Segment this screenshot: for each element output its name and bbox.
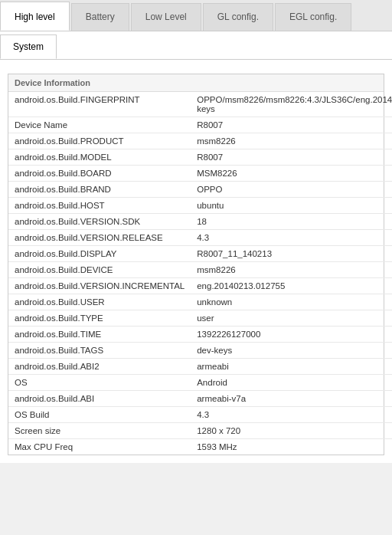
row-key: android.os.Build.MODEL bbox=[8, 149, 191, 166]
row-value: OPPO/msm8226/msm8226:4.3/JLS36C/eng.2014… bbox=[191, 92, 392, 117]
table-row: android.os.Build.VERSION.INCREMENTALeng.… bbox=[8, 278, 392, 294]
row-value: eng.20140213.012755 bbox=[191, 278, 392, 294]
row-value: unknown bbox=[191, 294, 392, 310]
section-header: Device Information bbox=[8, 74, 384, 92]
row-value: msm8226 bbox=[191, 262, 392, 278]
row-key: android.os.Build.DISPLAY bbox=[8, 246, 191, 262]
table-row: android.os.Build.PRODUCTmsm8226 bbox=[8, 133, 392, 149]
row-key: android.os.Build.BRAND bbox=[8, 182, 191, 198]
row-key: android.os.Build.VERSION.SDK bbox=[8, 214, 191, 230]
row-key: android.os.Build.FINGERPRINT bbox=[8, 92, 191, 117]
row-value: R8007 bbox=[191, 149, 392, 166]
row-value: Android bbox=[191, 375, 392, 391]
row-value: 4.3 bbox=[191, 230, 392, 246]
row-value: 18 bbox=[191, 214, 392, 230]
row-value: armeabi bbox=[191, 359, 392, 375]
row-key: Screen size bbox=[8, 423, 191, 439]
device-info-table: android.os.Build.FINGERPRINTOPPO/msm8226… bbox=[8, 92, 392, 455]
row-key: android.os.Build.BOARD bbox=[8, 166, 191, 182]
row-key: android.os.Build.TYPE bbox=[8, 310, 191, 327]
tab-egl-config.[interactable]: EGL config. bbox=[275, 3, 351, 31]
content-area: Device Information android.os.Build.FING… bbox=[0, 60, 392, 463]
row-value: 1280 x 720 bbox=[191, 423, 392, 439]
row-key: android.os.Build.ABI bbox=[8, 391, 191, 407]
row-value: R8007_11_140213 bbox=[191, 246, 392, 262]
row-key: android.os.Build.VERSION.RELEASE bbox=[8, 230, 191, 246]
tab-second-system[interactable]: System bbox=[0, 34, 57, 59]
tab-battery[interactable]: Battery bbox=[71, 3, 129, 31]
row-value: dev-keys bbox=[191, 343, 392, 359]
table-row: android.os.Build.BOARDMSM8226 bbox=[8, 166, 392, 182]
row-value: armeabi-v7a bbox=[191, 391, 392, 407]
row-value: 1392226127000 bbox=[191, 327, 392, 343]
row-key: android.os.Build.VERSION.INCREMENTAL bbox=[8, 278, 191, 294]
table-row: android.os.Build.TIME1392226127000 bbox=[8, 327, 392, 343]
row-key: android.os.Build.TAGS bbox=[8, 343, 191, 359]
table-row: android.os.Build.MODELR8007 bbox=[8, 149, 392, 166]
row-key: Device Name bbox=[8, 117, 191, 133]
tab-bar: High levelBatteryLow LevelGL config.EGL … bbox=[0, 0, 392, 31]
row-value: msm8226 bbox=[191, 133, 392, 149]
row-key: android.os.Build.HOST bbox=[8, 198, 191, 214]
table-row: android.os.Build.ABIarmeabi-v7a bbox=[8, 391, 392, 407]
table-row: android.os.Build.VERSION.SDK18 bbox=[8, 214, 392, 230]
row-key: Max CPU Freq bbox=[8, 439, 191, 455]
table-row: android.os.Build.BRANDOPPO bbox=[8, 182, 392, 198]
tab-low-level[interactable]: Low Level bbox=[131, 3, 201, 31]
row-value: MSM8226 bbox=[191, 166, 392, 182]
row-key: android.os.Build.USER bbox=[8, 294, 191, 310]
table-row: android.os.Build.HOSTubuntu bbox=[8, 198, 392, 214]
row-value: 4.3 bbox=[191, 407, 392, 423]
table-row: android.os.Build.DEVICEmsm8226 bbox=[8, 262, 392, 278]
row-value: OPPO bbox=[191, 182, 392, 198]
table-row: android.os.Build.USERunknown bbox=[8, 294, 392, 310]
tab-bar-second: System bbox=[0, 31, 392, 60]
table-row: android.os.Build.ABI2armeabi bbox=[8, 359, 392, 375]
row-key: android.os.Build.PRODUCT bbox=[8, 133, 191, 149]
table-row: OS Build4.3 bbox=[8, 407, 392, 423]
device-info-section: Device Information android.os.Build.FING… bbox=[8, 74, 384, 455]
row-key: OS bbox=[8, 375, 191, 391]
table-row: android.os.Build.VERSION.RELEASE4.3 bbox=[8, 230, 392, 246]
row-value: user bbox=[191, 310, 392, 327]
row-key: android.os.Build.TIME bbox=[8, 327, 191, 343]
table-row: OSAndroid bbox=[8, 375, 392, 391]
row-key: OS Build bbox=[8, 407, 191, 423]
row-key: android.os.Build.DEVICE bbox=[8, 262, 191, 278]
table-row: android.os.Build.TYPEuser bbox=[8, 310, 392, 327]
table-row: android.os.Build.DISPLAYR8007_11_140213 bbox=[8, 246, 392, 262]
row-value: 1593 MHz bbox=[191, 439, 392, 455]
tab-gl-config.[interactable]: GL config. bbox=[203, 3, 273, 31]
table-row: Device NameR8007 bbox=[8, 117, 392, 133]
row-value: R8007 bbox=[191, 117, 392, 133]
row-value: ubuntu bbox=[191, 198, 392, 214]
tab-high-level[interactable]: High level bbox=[0, 2, 70, 31]
row-key: android.os.Build.ABI2 bbox=[8, 359, 191, 375]
table-row: android.os.Build.TAGSdev-keys bbox=[8, 343, 392, 359]
table-row: Screen size1280 x 720 bbox=[8, 423, 392, 439]
table-row: android.os.Build.FINGERPRINTOPPO/msm8226… bbox=[8, 92, 392, 117]
table-row: Max CPU Freq1593 MHz bbox=[8, 439, 392, 455]
